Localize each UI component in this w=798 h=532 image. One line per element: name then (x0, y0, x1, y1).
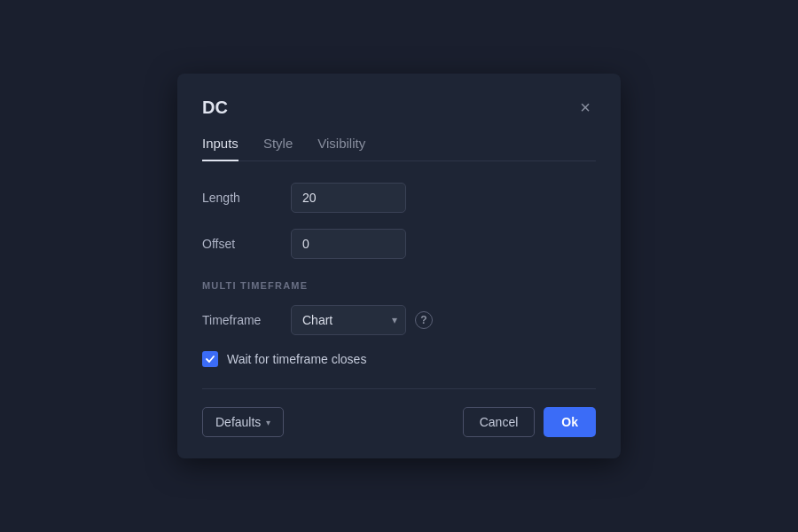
ok-button[interactable]: Ok (544, 407, 596, 437)
length-label: Length (202, 191, 291, 205)
timeframe-select[interactable]: Chart 1m 5m 15m 1h 4h 1D (291, 305, 406, 335)
length-input[interactable] (291, 183, 406, 213)
offset-row: Offset (202, 229, 596, 259)
checkmark-icon (205, 354, 215, 364)
offset-input[interactable] (291, 229, 406, 259)
dialog: DC × Inputs Style Visibility Length Offs… (177, 74, 621, 458)
dialog-header: DC × (202, 95, 596, 120)
wait-label: Wait for timeframe closes (227, 352, 366, 366)
length-row: Length (202, 183, 596, 213)
help-icon[interactable]: ? (415, 311, 433, 329)
cancel-button[interactable]: Cancel (463, 407, 536, 437)
wait-checkbox[interactable] (202, 351, 218, 367)
inputs-section: Length Offset (202, 183, 596, 259)
timeframe-row: Timeframe Chart 1m 5m 15m 1h 4h 1D ▾ ? (202, 305, 596, 335)
tabs: Inputs Style Visibility (202, 136, 596, 161)
tab-visibility[interactable]: Visibility (317, 136, 365, 161)
footer-right: Cancel Ok (463, 407, 596, 437)
timeframe-select-wrapper: Chart 1m 5m 15m 1h 4h 1D ▾ (291, 305, 406, 335)
defaults-button[interactable]: Defaults ▾ (202, 407, 284, 437)
multi-timeframe-section: MULTI TIMEFRAME Timeframe Chart 1m 5m 15… (202, 280, 596, 367)
divider (202, 388, 596, 389)
defaults-chevron-icon: ▾ (266, 418, 270, 427)
offset-label: Offset (202, 237, 291, 251)
dialog-footer: Defaults ▾ Cancel Ok (202, 407, 596, 437)
wait-checkbox-row: Wait for timeframe closes (202, 351, 596, 367)
tab-style[interactable]: Style (263, 136, 293, 161)
dialog-title: DC (202, 98, 228, 118)
timeframe-label: Timeframe (202, 313, 291, 327)
section-label: MULTI TIMEFRAME (202, 280, 596, 291)
close-button[interactable]: × (575, 95, 596, 120)
tab-inputs[interactable]: Inputs (202, 136, 239, 161)
